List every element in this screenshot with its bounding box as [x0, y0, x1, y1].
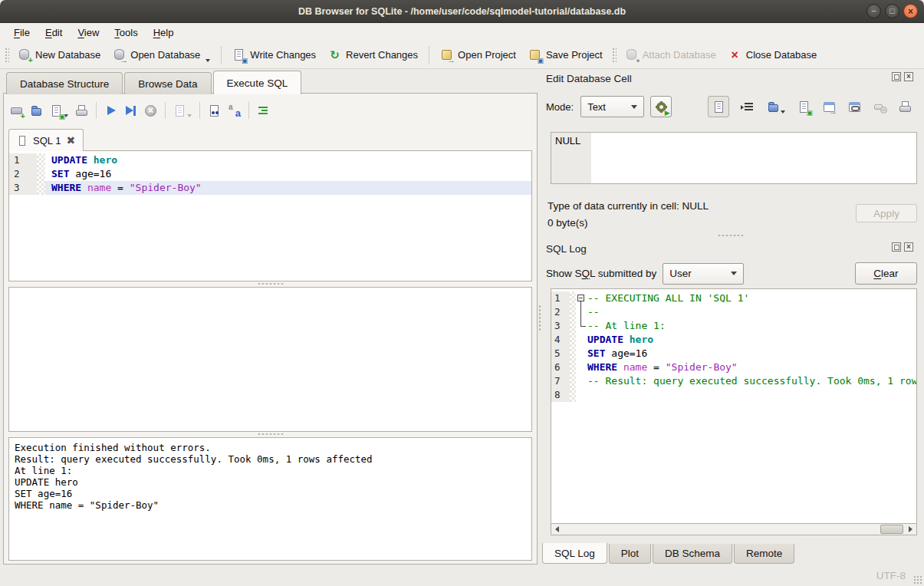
minimize-button[interactable]: −: [866, 4, 881, 18]
code-line[interactable]: 3WHERE name = "Spider-Boy": [9, 181, 531, 195]
menu-tools[interactable]: Tools: [107, 25, 145, 41]
find-replace-icon[interactable]: [228, 104, 241, 117]
text-mode-button[interactable]: [708, 96, 729, 117]
cell-value: NULL: [551, 133, 591, 183]
menu-view[interactable]: View: [70, 25, 107, 41]
menu-help[interactable]: Help: [146, 25, 182, 41]
scroll-left-icon[interactable]: [551, 524, 563, 535]
cell-value-editor[interactable]: NULL: [551, 132, 917, 184]
resize-grip[interactable]: [913, 575, 922, 584]
filter-label: Show SQL submitted by: [546, 268, 656, 279]
open-project-button[interactable]: → Open Project: [434, 44, 522, 65]
save-project-button[interactable]: ▣ Save Project: [522, 44, 609, 65]
encoding-status: UTF-8: [876, 570, 906, 581]
write-changes-icon: ▣: [232, 48, 245, 61]
save-sql-file-icon[interactable]: ▣: [50, 104, 63, 117]
code-line[interactable]: 2--: [551, 305, 916, 319]
tab-database-structure[interactable]: Database Structure: [6, 72, 123, 94]
scrollbar-thumb[interactable]: [880, 525, 903, 534]
window-title: DB Browser for SQLite - /home/user/code/…: [298, 6, 626, 17]
code-line[interactable]: 8: [551, 388, 916, 402]
toolbar-grip[interactable]: [611, 47, 617, 64]
sql-editor-code: 1UPDATE hero2SET age=163WHERE name = "Sp…: [9, 151, 531, 281]
toolbar-separator: [429, 46, 429, 64]
code-line[interactable]: 5SET age=16: [551, 347, 916, 360]
cell-size-info: 0 byte(s): [547, 215, 709, 232]
close-database-button[interactable]: × Close Database: [722, 44, 824, 65]
open-sql-tab-icon[interactable]: +: [10, 104, 23, 117]
sql-log-view[interactable]: 1-- EXECUTING ALL IN 'SQL 1'2--3-- At li…: [551, 288, 917, 523]
mode-label: Mode:: [546, 101, 574, 113]
float-dock-icon[interactable]: [892, 72, 901, 81]
message-line: SET age=16: [9, 488, 531, 499]
import-data-icon[interactable]: [767, 100, 780, 114]
submitted-by-select[interactable]: User: [663, 263, 744, 285]
splitter-handle[interactable]: [4, 281, 537, 286]
horizontal-scrollbar[interactable]: [551, 523, 917, 535]
code-line[interactable]: 4UPDATE hero: [551, 333, 916, 347]
splitter-handle[interactable]: [4, 432, 537, 436]
close-button[interactable]: ×: [903, 4, 918, 18]
execute-current-line-icon[interactable]: [124, 104, 137, 117]
sql-editor-toolbar: + ▣: [10, 99, 270, 122]
auto-apply-button[interactable]: ▶: [650, 96, 672, 117]
code-line[interactable]: 2SET age=16: [9, 167, 531, 181]
float-dock-icon[interactable]: [892, 242, 901, 252]
menu-file[interactable]: File: [6, 25, 38, 41]
sql-editor[interactable]: 1UPDATE hero2SET age=163WHERE name = "Sp…: [8, 150, 532, 281]
cell-mode-row: Mode: Text ▶ ▣: [546, 95, 919, 118]
save-results-icon[interactable]: [173, 104, 186, 117]
revert-changes-button[interactable]: ↻ Revert Changes: [322, 44, 424, 65]
set-null-icon[interactable]: [873, 100, 886, 114]
print-icon[interactable]: [75, 104, 88, 117]
code-line[interactable]: 3-- At line 1:: [551, 319, 916, 333]
close-tab-icon[interactable]: ✖: [66, 135, 75, 146]
code-line[interactable]: 6WHERE name = "Spider-Boy": [551, 360, 916, 374]
code-line[interactable]: 7-- Result: query executed successfully.…: [551, 374, 916, 388]
import-dropdown-icon[interactable]: [781, 110, 785, 114]
panel-splitter[interactable]: [538, 71, 542, 565]
scroll-right-icon[interactable]: [905, 524, 916, 535]
word-wrap-icon[interactable]: [742, 100, 755, 114]
toolbar-grip[interactable]: [4, 47, 9, 64]
new-database-button[interactable]: + New Database: [12, 44, 107, 65]
auto-format-icon[interactable]: [257, 104, 270, 117]
maximize-button[interactable]: □: [885, 4, 899, 18]
message-line: UPDATE hero: [9, 476, 531, 488]
titlebar: DB Browser for SQLite - /home/user/code/…: [0, 0, 924, 23]
tab-browse-data[interactable]: Browse Data: [124, 72, 211, 94]
mode-select[interactable]: Text: [580, 96, 644, 117]
execute-sql-panel: + ▣ SQL 1 ✖ 1UPDATE hero2SET age=163WHER…: [3, 93, 538, 565]
save-results-dropdown-icon[interactable]: [187, 114, 192, 117]
tab-sql-log[interactable]: SQL Log: [542, 543, 607, 564]
tab-remote[interactable]: Remote: [734, 544, 794, 564]
tab-plot[interactable]: Plot: [609, 544, 651, 564]
stop-execution-icon[interactable]: [144, 104, 157, 117]
tab-db-schema[interactable]: DB Schema: [653, 544, 732, 564]
message-line: Result: query executed successfully. Too…: [9, 453, 531, 465]
menu-edit[interactable]: Edit: [38, 25, 70, 41]
open-database-icon: →: [113, 48, 126, 61]
close-dock-icon[interactable]: [904, 242, 913, 252]
results-grid[interactable]: [8, 287, 532, 432]
open-sql-file-icon[interactable]: [30, 104, 43, 117]
clear-button[interactable]: Clear: [855, 262, 917, 285]
tab-execute-sql[interactable]: Execute SQL: [213, 71, 302, 94]
open-database-dropdown-icon[interactable]: [206, 59, 210, 62]
write-changes-button[interactable]: ▣ Write Changes: [226, 44, 322, 65]
apply-button[interactable]: Apply: [856, 204, 917, 222]
apply-data-icon[interactable]: [823, 100, 836, 114]
code-line[interactable]: 1UPDATE hero: [9, 153, 531, 167]
execute-all-icon[interactable]: [104, 104, 117, 117]
open-database-button[interactable]: → Open Database: [107, 44, 216, 66]
print-cell-icon[interactable]: [899, 100, 912, 114]
find-icon[interactable]: [208, 104, 221, 117]
attach-database-button[interactable]: ● Attach Database: [619, 44, 722, 65]
link-data-icon[interactable]: [848, 100, 861, 114]
dock-tab-bar: SQL Log Plot DB Schema Remote: [542, 543, 796, 564]
export-data-icon[interactable]: ▣: [797, 100, 811, 114]
tab-sql-1[interactable]: SQL 1 ✖: [8, 129, 84, 151]
close-dock-icon[interactable]: [904, 72, 913, 81]
code-line[interactable]: 1-- EXECUTING ALL IN 'SQL 1': [551, 291, 916, 305]
splitter-handle[interactable]: [542, 233, 919, 238]
